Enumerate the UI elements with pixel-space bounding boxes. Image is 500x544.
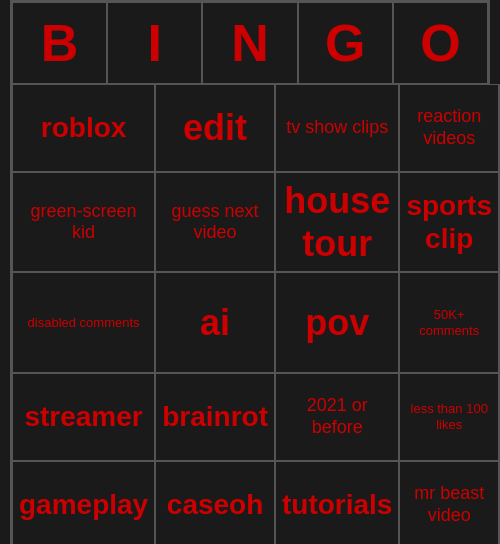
cell-text-20: gameplay: [19, 488, 148, 522]
bingo-letter-b: B: [12, 2, 107, 84]
bingo-header: BINGO: [12, 2, 488, 84]
bingo-cell-11[interactable]: ai: [155, 272, 275, 372]
cell-text-6: guess next video: [162, 201, 268, 244]
bingo-cell-10[interactable]: disabled comments: [12, 272, 155, 372]
cell-text-2: tv show clips: [286, 117, 388, 139]
bingo-cell-8[interactable]: sports clip: [399, 172, 499, 272]
bingo-cell-16[interactable]: brainrot: [155, 373, 275, 461]
bingo-cell-22[interactable]: tutorials: [275, 461, 399, 544]
cell-text-13: 50K+ comments: [406, 307, 492, 338]
bingo-cell-6[interactable]: guess next video: [155, 172, 275, 272]
cell-text-21: caseoh: [167, 488, 264, 522]
cell-text-16: brainrot: [162, 400, 268, 434]
bingo-card: BINGO robloxedittv show clipsreaction vi…: [10, 0, 490, 544]
bingo-grid: robloxedittv show clipsreaction videoscr…: [12, 84, 488, 544]
bingo-cell-7[interactable]: house tour: [275, 172, 399, 272]
cell-text-17: 2021 or before: [282, 395, 392, 438]
bingo-cell-1[interactable]: edit: [155, 84, 275, 172]
bingo-cell-18[interactable]: less than 100 likes: [399, 373, 499, 461]
bingo-cell-13[interactable]: 50K+ comments: [399, 272, 499, 372]
cell-text-23: mr beast video: [406, 483, 492, 526]
bingo-cell-17[interactable]: 2021 or before: [275, 373, 399, 461]
cell-text-11: ai: [200, 301, 230, 344]
bingo-cell-0[interactable]: roblox: [12, 84, 155, 172]
bingo-cell-5[interactable]: green-screen kid: [12, 172, 155, 272]
cell-text-15: streamer: [24, 400, 142, 434]
cell-text-0: roblox: [41, 111, 127, 145]
bingo-cell-23[interactable]: mr beast video: [399, 461, 499, 544]
bingo-letter-n: N: [202, 2, 297, 84]
bingo-cell-2[interactable]: tv show clips: [275, 84, 399, 172]
cell-text-3: reaction videos: [406, 106, 492, 149]
bingo-cell-3[interactable]: reaction videos: [399, 84, 499, 172]
cell-text-1: edit: [183, 106, 247, 149]
cell-text-12: pov: [305, 301, 369, 344]
bingo-cell-15[interactable]: streamer: [12, 373, 155, 461]
bingo-letter-g: G: [298, 2, 393, 84]
cell-text-8: sports clip: [406, 189, 492, 256]
bingo-letter-o: O: [393, 2, 488, 84]
cell-text-22: tutorials: [282, 488, 392, 522]
cell-text-18: less than 100 likes: [406, 401, 492, 432]
bingo-cell-21[interactable]: caseoh: [155, 461, 275, 544]
bingo-letter-i: I: [107, 2, 202, 84]
cell-text-10: disabled comments: [28, 315, 140, 331]
bingo-cell-12[interactable]: pov: [275, 272, 399, 372]
cell-text-5: green-screen kid: [19, 201, 148, 244]
bingo-cell-20[interactable]: gameplay: [12, 461, 155, 544]
cell-text-7: house tour: [282, 179, 392, 265]
